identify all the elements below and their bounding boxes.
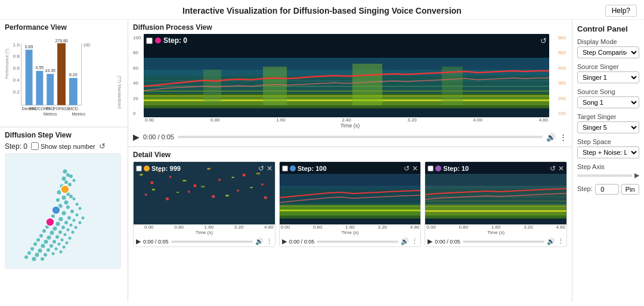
step-axis-bar[interactable]	[577, 174, 632, 177]
svg-point-31	[62, 177, 66, 181]
perf-chart: 1.0 0.8 0.6 0.4 0.2 Performance (?) 0.89	[5, 34, 123, 123]
diffusion-refresh-icon[interactable]: ↺	[540, 36, 547, 45]
pin-button[interactable]: Pin	[621, 184, 639, 195]
svg-point-92	[35, 253, 39, 257]
svg-point-85	[66, 242, 69, 245]
svg-rect-125	[152, 189, 155, 191]
detail-audio-0: ▶ 0:00 / 0:05 🔊 ⋮	[134, 236, 275, 246]
svg-text:10.35: 10.35	[45, 68, 55, 73]
svg-point-81	[33, 242, 37, 246]
svg-point-64	[70, 224, 73, 227]
main-audio-controls: ▶ 0:00 / 0:05 🔊 ⋮	[133, 130, 567, 143]
svg-point-82	[41, 244, 45, 248]
svg-point-47	[76, 203, 79, 206]
main-play-button[interactable]: ▶	[133, 132, 140, 142]
detail-more-2[interactable]: ⋮	[558, 238, 564, 245]
detail-progress-2[interactable]	[463, 241, 544, 243]
svg-text:Metrics: Metrics	[44, 112, 57, 116]
svg-point-32	[69, 174, 73, 178]
help-button[interactable]: Help?	[605, 5, 637, 17]
detail-refresh-2[interactable]: ↺	[550, 164, 556, 173]
svg-point-80	[69, 237, 72, 240]
detail-grid: Step: 999 ↺ ✕	[133, 161, 567, 247]
detail-volume-0[interactable]: 🔊	[255, 238, 264, 245]
svg-point-66	[42, 229, 46, 233]
detail-step-label-0: Step: 999	[151, 165, 181, 172]
svg-text:0.89: 0.89	[25, 45, 33, 49]
main-more-icon[interactable]: ⋮	[559, 133, 567, 142]
main-spectrogram	[144, 34, 549, 117]
detail-play-2[interactable]: ▶	[428, 238, 432, 245]
detail-checkbox-0[interactable]	[136, 166, 142, 171]
svg-point-137	[166, 198, 169, 201]
show-step-checkbox-wrap[interactable]: Show step number	[31, 142, 95, 150]
display-mode-group: Display Mode Step Comparison Single Step…	[577, 38, 639, 58]
main-layout: Performance View 1.0 0.8 0.6 0.4 0.2 Per…	[0, 20, 644, 302]
svg-rect-119	[140, 174, 143, 176]
step-space-select[interactable]: Step + Noise: Las Step Only Noise Only	[577, 146, 639, 158]
svg-rect-17	[57, 43, 66, 105]
svg-point-69	[67, 229, 70, 232]
svg-rect-157	[425, 205, 566, 207]
step-axis-play-btn[interactable]: ▶	[634, 171, 639, 179]
svg-point-134	[243, 174, 246, 177]
svg-point-98	[41, 257, 44, 261]
scatter-svg	[5, 154, 121, 269]
step-refresh-icon[interactable]: ↺	[99, 142, 106, 151]
control-panel-title: Control Panel	[577, 24, 639, 33]
svg-point-38	[57, 191, 61, 195]
source-song-select[interactable]: Song 1 Song 2 Song 3	[577, 96, 639, 108]
detail-more-1[interactable]: ⋮	[411, 238, 418, 245]
detail-volume-1[interactable]: 🔊	[401, 238, 409, 245]
svg-point-44	[73, 198, 76, 201]
detail-refresh-1[interactable]: ↺	[404, 164, 410, 173]
detail-item-0: Step: 999 ↺ ✕	[133, 161, 275, 247]
detail-more-0[interactable]: ⋮	[266, 238, 273, 245]
svg-point-100	[46, 218, 54, 226]
svg-rect-128	[225, 195, 228, 196]
detail-play-1[interactable]: ▶	[282, 238, 287, 245]
svg-rect-124	[256, 173, 260, 174]
source-singer-group: Source Singer Singer 1 Singer 2 Singer 3	[577, 63, 639, 83]
step-number-input[interactable]	[595, 184, 619, 195]
diffusion-process-view: Diffusion Process View Step: 0 ↺ 100 80	[128, 20, 572, 147]
main-volume-icon[interactable]: 🔊	[546, 133, 556, 142]
detail-checkbox-2[interactable]	[428, 166, 434, 171]
svg-point-71	[39, 234, 43, 238]
svg-point-62	[53, 227, 57, 231]
detail-close-2[interactable]: ✕	[558, 164, 564, 173]
svg-point-52	[51, 214, 55, 218]
svg-point-77	[44, 240, 48, 244]
detail-refresh-0[interactable]: ↺	[258, 164, 264, 173]
detail-volume-2[interactable]: 🔊	[547, 238, 555, 245]
diffusion-view-title: Diffusion Process View	[133, 23, 212, 32]
svg-point-130	[150, 182, 153, 185]
svg-point-53	[59, 217, 63, 221]
detail-close-1[interactable]: ✕	[412, 164, 418, 173]
show-step-checkbox[interactable]	[31, 142, 39, 150]
source-singer-select[interactable]: Singer 1 Singer 2 Singer 3	[577, 71, 639, 83]
diffusion-step-checkbox[interactable]	[146, 38, 153, 44]
detail-checkbox-1[interactable]	[282, 166, 288, 171]
detail-progress-0[interactable]	[171, 241, 253, 243]
svg-point-35	[68, 183, 72, 186]
display-mode-label: Display Mode	[577, 38, 639, 45]
detail-progress-1[interactable]	[317, 241, 398, 243]
svg-text:0.6: 0.6	[13, 65, 20, 71]
main-progress-bar[interactable]	[178, 136, 543, 138]
detail-close-0[interactable]: ✕	[267, 164, 273, 173]
svg-text:MCD: MCD	[69, 107, 78, 111]
detail-item-1: Step: 100 ↺ ✕	[279, 161, 422, 247]
target-singer-select[interactable]: Singer 1 Singer 2 Singer 3 Singer 4 Sing…	[577, 121, 639, 133]
svg-text:Metrics: Metrics	[72, 112, 86, 116]
diffusion-step-dot	[155, 38, 161, 43]
detail-dot-2	[435, 166, 441, 171]
detail-play-0[interactable]: ▶	[136, 238, 141, 245]
display-mode-select[interactable]: Step Comparison Single Step Overlay	[577, 46, 639, 58]
step-axis-slider-wrap: ▶	[577, 171, 639, 179]
svg-point-40	[62, 196, 66, 200]
svg-rect-148	[280, 210, 421, 211]
step-space-label: Step Space	[577, 138, 639, 145]
target-singer-group: Target Singer Singer 1 Singer 2 Singer 3…	[577, 113, 639, 133]
detail-step-label-2: Step: 10	[443, 165, 469, 172]
